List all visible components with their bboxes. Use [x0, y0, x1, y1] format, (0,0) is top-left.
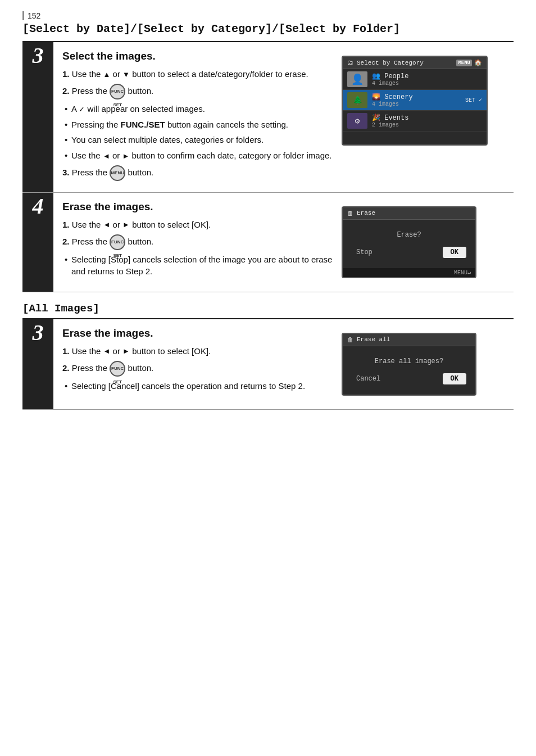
events-label: 🎉 Events: [372, 114, 482, 122]
people-count: 4 images: [372, 80, 482, 87]
erase-all-buttons: Cancel OK: [349, 373, 469, 389]
step-4-num-2: 2.: [62, 236, 70, 246]
ok-button-all[interactable]: OK: [443, 373, 466, 384]
step-4-label: 4: [33, 193, 44, 219]
people-cat-icon: 👥: [372, 73, 380, 80]
scenery-cat-icon: 🌄: [372, 93, 380, 101]
step-3-item-2: 2. Press the FUNCSET button.: [62, 84, 336, 99]
step-3-item-1: 1. Use the ▲ or ▼ button to select a dat…: [62, 68, 336, 80]
step-3-content: Select the images. 1. Use the ▲ or ▼ but…: [53, 42, 514, 192]
arrow-up-icon: ▲: [103, 70, 111, 80]
erase-all-body: Erase all images? Cancel OK: [343, 346, 475, 395]
erase-buttons: Stop OK: [349, 247, 469, 262]
all-images-table: 3 Erase the images. 1. Use the ◄ or ► bu…: [22, 318, 514, 410]
step-3-text: Select the images. 1. Use the ▲ or ▼ but…: [62, 50, 336, 184]
func-btn-icon: FUNCSET: [110, 84, 125, 99]
step-4-title: Erase the images.: [62, 201, 336, 213]
cancel-button[interactable]: Cancel: [352, 373, 385, 384]
erase-title: Erase: [357, 210, 375, 216]
all-images-step-row: 3 Erase the images. 1. Use the ◄ or ► bu…: [22, 319, 514, 410]
step-3-bullet-4: Use the ◄ or ► button to confirm each da…: [62, 150, 336, 162]
step-3-num-1: 1.: [62, 69, 70, 79]
all-images-num-1: 1.: [62, 346, 70, 356]
scenery-count: 4 images: [372, 101, 461, 107]
step-3-bullet-1: A ✓ will appear on selected images.: [62, 103, 336, 115]
all-images-step-label: 3: [33, 320, 44, 345]
func-btn-icon-3: FUNCSET: [110, 361, 125, 377]
checkmark-icon: ✓: [79, 105, 85, 113]
step-3-item-3: 3. Press the MENU button.: [62, 165, 336, 181]
arrow-right-icon-3: ►: [122, 346, 130, 357]
section-title: [Select by Date]/[Select by Category]/[S…: [22, 22, 514, 35]
main-content-table: 3 Select the images. 1. Use the ▲ or ▼ b…: [22, 41, 514, 292]
arrow-left-icon-2: ◄: [103, 220, 111, 230]
erase-header: 🗑 Erase: [343, 207, 475, 220]
step-4-item-1: 1. Use the ◄ or ► button to select [OK].: [62, 219, 336, 231]
set-check-badge: SET ✓: [465, 97, 482, 103]
step-3-label: 3: [33, 43, 44, 68]
events-cat-name: Events: [384, 114, 408, 122]
step-4-text: Erase the images. 1. Use the ◄ or ► butt…: [62, 201, 336, 284]
cam-home-icon: 🏠: [474, 59, 482, 66]
all-images-title: [All Images]: [22, 302, 514, 315]
camera-grid-icon: 🗂: [347, 59, 353, 66]
scenery-cat-name: Scenery: [384, 93, 412, 101]
func-btn-icon-2: FUNCSET: [110, 234, 125, 250]
arrow-right-icon: ►: [122, 151, 129, 162]
all-images-screen: 🗑 Erase all Erase all images? Cancel OK: [342, 327, 505, 401]
events-thumb: ⚙: [347, 113, 367, 129]
erase-all-header: 🗑 Erase all: [343, 334, 475, 346]
arrow-left-icon-3: ◄: [103, 346, 111, 357]
all-images-step-title: Erase the images.: [62, 327, 336, 339]
erase-all-question: Erase all images?: [349, 357, 469, 365]
events-cat-icon: 🎉: [372, 114, 380, 122]
step-4-content: Erase the images. 1. Use the ◄ or ► butt…: [53, 192, 514, 292]
step-4-item-2: 2. Press the FUNCSET button.: [62, 234, 336, 250]
step-4-screen: 🗑 Erase Erase? Stop OK MENU↵: [342, 201, 505, 284]
category-screen: 🗂 Select by Category MENU 🏠 👤: [342, 56, 488, 146]
step-3-screen: 🗂 Select by Category MENU 🏠 👤: [342, 50, 505, 184]
cam-menu-badge: MENU: [456, 60, 472, 66]
arrow-right-icon-2: ►: [122, 220, 130, 230]
step-4-list: 1. Use the ◄ or ► button to select [OK].…: [62, 219, 336, 278]
cam-title-area: 🗂 Select by Category: [347, 59, 424, 66]
people-label: 👥 People: [372, 72, 482, 80]
stop-button[interactable]: Stop: [352, 247, 377, 258]
people-info: 👥 People 4 images: [372, 72, 482, 87]
scenery-info: 🌄 Scenery 4 images: [372, 93, 461, 107]
ok-button[interactable]: OK: [443, 247, 466, 258]
step-3-title: Select the images.: [62, 50, 336, 62]
cam-header-title: Select by Category: [357, 60, 424, 66]
arrow-left-icon: ◄: [103, 151, 110, 162]
erase-trash-icon: 🗑: [347, 210, 353, 217]
events-count: 2 images: [372, 122, 482, 128]
step-row-erase: 4 Erase the images. 1. Use the ◄ or ► bu…: [22, 192, 514, 292]
step-3-list: 1. Use the ▲ or ▼ button to select a dat…: [62, 68, 336, 181]
erase-all-trash-icon: 🗑: [347, 336, 353, 343]
erase-dialog: 🗑 Erase Erase? Stop OK MENU↵: [342, 206, 476, 278]
scenery-thumb: 🌲: [347, 92, 367, 108]
scenery-label: 🌄 Scenery: [372, 93, 461, 101]
all-images-step-num: 3: [22, 319, 53, 410]
step-3-bullet-3: You can select multiple dates, categorie…: [62, 134, 336, 146]
page-number: 152: [22, 11, 514, 20]
arrow-down-icon: ▼: [122, 70, 130, 80]
all-images-item-1: 1. Use the ◄ or ► button to select [OK].: [62, 345, 336, 357]
category-row-people: 👤 👥 People 4 images: [343, 69, 487, 90]
all-images-text: Erase the images. 1. Use the ◄ or ► butt…: [62, 327, 336, 401]
category-row-scenery: 🌲 🌄 Scenery 4 images SET ✓: [343, 90, 487, 111]
step-number-3-select: 3: [22, 42, 53, 192]
erase-question: Erase?: [349, 231, 469, 239]
erase-footer: MENU↵: [343, 268, 475, 277]
step-4-num-1: 1.: [62, 220, 70, 229]
all-images-num-2: 2.: [62, 363, 70, 372]
step-3-num-3: 3.: [62, 168, 70, 177]
cam-header: 🗂 Select by Category MENU 🏠: [343, 57, 487, 69]
erase-body: Erase? Stop OK: [343, 220, 475, 268]
all-images-list: 1. Use the ◄ or ► button to select [OK].…: [62, 345, 336, 392]
erase-all-title: Erase all: [357, 336, 390, 343]
funcset-bold: FUNC./SET: [121, 120, 165, 129]
step-4-bullet-1: Selecting [Stop] cancels selection of th…: [62, 253, 336, 278]
people-cat-name: People: [384, 73, 408, 80]
people-thumb: 👤: [347, 71, 367, 87]
